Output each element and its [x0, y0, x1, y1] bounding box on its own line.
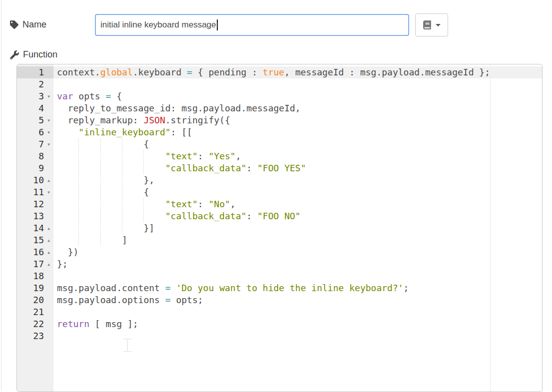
library-button[interactable] — [415, 13, 448, 36]
gutter-cell: 14▴ — [17, 222, 53, 234]
code-line[interactable]: }] — [53, 222, 542, 234]
gutter-cell: 10▴ — [17, 174, 53, 186]
fold-end-icon[interactable]: ▴ — [44, 174, 53, 186]
indent-guide — [78, 234, 79, 246]
code-line[interactable]: reply_to_message_id: msg.payload.message… — [53, 102, 542, 114]
code-token: reply_to_message_id: msg.payload.message… — [57, 103, 301, 113]
fold-open-icon[interactable]: ▾ — [44, 114, 53, 126]
code-token: = — [165, 295, 171, 305]
code-line[interactable]: var opts = { — [53, 90, 542, 102]
code-line[interactable]: }, — [53, 174, 542, 186]
code-token: : — [198, 151, 209, 161]
indent-guide — [78, 198, 79, 210]
tag-icon — [10, 20, 18, 29]
code-line[interactable]: ] — [53, 234, 542, 246]
line-number: 10 — [18, 174, 44, 186]
code-token: { pending : — [192, 67, 263, 77]
code-line[interactable] — [53, 78, 542, 90]
code-token: { — [57, 187, 149, 197]
code-line[interactable]: { — [53, 186, 542, 198]
code-token — [57, 199, 165, 209]
code-line[interactable]: reply_markup: JSON.stringify({ — [53, 114, 542, 126]
code-line[interactable] — [53, 330, 542, 342]
code-token — [57, 163, 165, 173]
code-line[interactable]: { — [53, 138, 542, 150]
code-token: , — [230, 199, 236, 209]
code-line[interactable]: "text": "Yes", — [53, 150, 542, 162]
indent-guide — [122, 150, 122, 162]
line-number: 23 — [18, 330, 44, 342]
editor-gutter: 123▾45▾6▾7▾8910▴11▾121314▴15▴16▴17▴18192… — [17, 64, 53, 392]
indent-guide — [122, 174, 122, 186]
code-line[interactable]: "callback_data": "FOO YES" — [53, 162, 542, 174]
code-token: }) — [57, 247, 78, 257]
indent-guide — [100, 174, 101, 186]
code-line[interactable]: context.global.keyboard = { pending : tr… — [53, 66, 542, 78]
code-token: "text" — [165, 199, 198, 209]
fold-end-icon[interactable]: ▴ — [44, 234, 53, 246]
fold-end-icon[interactable]: ▴ — [44, 258, 53, 270]
code-token — [57, 127, 78, 137]
code-line[interactable]: }; — [53, 258, 542, 270]
code-line[interactable]: msg.payload.options = opts; — [53, 294, 542, 306]
gutter-cell: 19 — [17, 282, 53, 294]
code-line[interactable] — [53, 306, 542, 318]
indent-guide — [122, 138, 122, 150]
code-token: .keyboard — [133, 67, 187, 77]
line-number: 22 — [18, 318, 44, 330]
fold-open-icon[interactable]: ▾ — [44, 138, 53, 150]
code-token: = — [187, 67, 192, 77]
indent-guide — [78, 138, 79, 150]
code-token: }, — [57, 175, 154, 185]
line-number: 12 — [18, 198, 44, 210]
book-icon — [423, 20, 432, 29]
code-line[interactable]: "inline_keyboard": [[ — [53, 126, 542, 138]
code-line[interactable]: return [ msg ]; — [53, 318, 542, 330]
fold-open-icon[interactable]: ▾ — [44, 186, 53, 198]
code-token: : [[ — [171, 127, 192, 137]
gutter-cell: 16▴ — [17, 246, 53, 258]
indent-guide — [78, 162, 79, 174]
gutter-cell: 17▴ — [17, 258, 53, 270]
fold-end-icon[interactable]: ▴ — [44, 222, 53, 234]
line-number: 3 — [18, 90, 44, 102]
code-line[interactable]: "callback_data": "FOO NO" — [53, 210, 542, 222]
line-number: 9 — [18, 162, 44, 174]
code-token: , — [236, 151, 241, 161]
code-token: return — [57, 319, 89, 329]
indent-guide — [78, 186, 79, 198]
code-token: "FOO YES" — [257, 163, 306, 173]
indent-guide — [122, 198, 122, 210]
indent-guide — [100, 210, 101, 222]
code-token: .stringify({ — [165, 115, 230, 125]
code-token: = — [106, 91, 111, 101]
code-token — [57, 211, 165, 221]
code-line[interactable]: msg.payload.content = 'Do you want to hi… — [53, 282, 542, 294]
fold-open-icon[interactable]: ▾ — [44, 126, 53, 138]
line-number: 18 — [18, 270, 44, 282]
code-token: { — [57, 139, 149, 149]
gutter-cell: 5▾ — [17, 114, 53, 126]
indent-guide — [122, 222, 122, 234]
line-number: 2 — [18, 78, 44, 90]
line-number: 14 — [18, 222, 44, 234]
code-token: }; — [57, 259, 68, 269]
code-line[interactable] — [53, 270, 542, 282]
indent-guide — [78, 210, 79, 222]
code-line[interactable]: }) — [53, 246, 542, 258]
name-input[interactable]: initial inline keyboard message — [95, 14, 409, 36]
code-token: { — [111, 91, 122, 101]
gutter-cell: 12 — [17, 198, 53, 210]
code-token — [171, 283, 176, 293]
gutter-cell: 8 — [17, 150, 53, 162]
line-number: 13 — [18, 210, 44, 222]
code-token: true — [263, 67, 284, 77]
line-number: 20 — [18, 294, 44, 306]
fold-end-icon[interactable]: ▴ — [44, 246, 53, 258]
code-lines[interactable]: context.global.keyboard = { pending : tr… — [53, 64, 542, 392]
name-label-text: Name — [22, 19, 46, 30]
code-token: "No" — [208, 199, 230, 209]
code-line[interactable]: "text": "No", — [53, 198, 542, 210]
fold-open-icon[interactable]: ▾ — [44, 90, 53, 102]
code-editor: 123▾45▾6▾7▾8910▴11▾121314▴15▴16▴17▴18192… — [16, 64, 543, 392]
